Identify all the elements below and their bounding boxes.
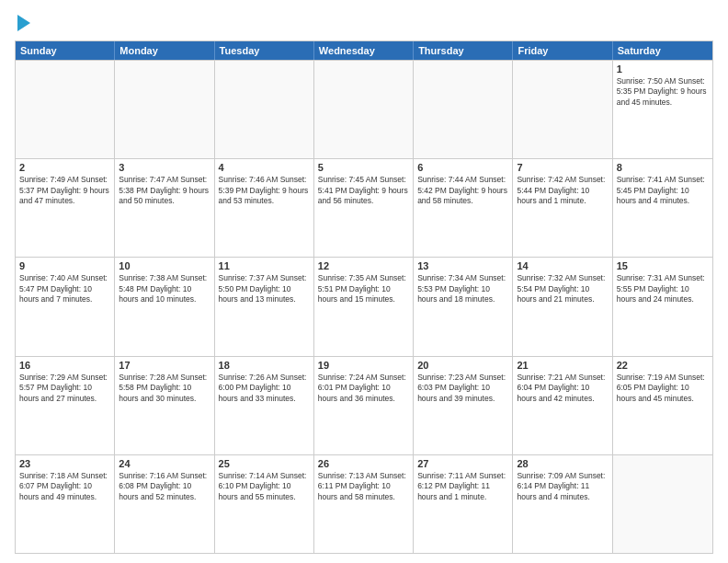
header-day-friday: Friday (513, 41, 612, 60)
day-number: 23 (19, 458, 110, 469)
day-number: 8 (617, 162, 709, 173)
day-number: 9 (19, 260, 110, 271)
day-number: 1 (617, 63, 709, 75)
day-info: Sunrise: 7:11 AM Sunset: 6:12 PM Dayligh… (417, 471, 508, 502)
calendar: SundayMondayTuesdayWednesdayThursdayFrid… (15, 40, 713, 554)
day-number: 21 (517, 360, 608, 371)
day-number: 10 (119, 260, 210, 271)
day-info: Sunrise: 7:37 AM Sunset: 5:50 PM Dayligh… (219, 273, 310, 304)
day-info: Sunrise: 7:14 AM Sunset: 6:10 PM Dayligh… (219, 471, 310, 502)
empty-cell-0-5 (513, 61, 612, 158)
day-info: Sunrise: 7:23 AM Sunset: 6:03 PM Dayligh… (417, 373, 508, 404)
day-cell-3: 3Sunrise: 7:47 AM Sunset: 5:38 PM Daylig… (115, 159, 214, 257)
empty-cell-0-4 (414, 61, 513, 158)
day-number: 3 (119, 162, 210, 173)
day-info: Sunrise: 7:18 AM Sunset: 6:07 PM Dayligh… (19, 471, 110, 502)
logo-arrow-icon (17, 15, 30, 31)
empty-cell-0-3 (314, 61, 414, 158)
day-cell-5: 5Sunrise: 7:45 AM Sunset: 5:41 PM Daylig… (314, 159, 414, 257)
day-number: 27 (417, 458, 508, 469)
header-day-sunday: Sunday (16, 41, 115, 60)
day-number: 5 (318, 162, 409, 173)
day-cell-23: 23Sunrise: 7:18 AM Sunset: 6:07 PM Dayli… (16, 455, 115, 553)
day-cell-4: 4Sunrise: 7:46 AM Sunset: 5:39 PM Daylig… (215, 159, 314, 257)
day-number: 7 (517, 162, 608, 173)
empty-cell-0-2 (215, 61, 314, 158)
day-cell-18: 18Sunrise: 7:26 AM Sunset: 6:00 PM Dayli… (215, 357, 314, 454)
day-info: Sunrise: 7:49 AM Sunset: 5:37 PM Dayligh… (19, 175, 110, 206)
calendar-header: SundayMondayTuesdayWednesdayThursdayFrid… (16, 41, 712, 60)
day-cell-25: 25Sunrise: 7:14 AM Sunset: 6:10 PM Dayli… (215, 455, 314, 553)
day-cell-28: 28Sunrise: 7:09 AM Sunset: 6:14 PM Dayli… (513, 455, 612, 553)
day-info: Sunrise: 7:34 AM Sunset: 5:53 PM Dayligh… (417, 273, 508, 304)
day-number: 17 (119, 360, 210, 371)
header-day-monday: Monday (115, 41, 214, 60)
day-info: Sunrise: 7:46 AM Sunset: 5:39 PM Dayligh… (219, 175, 310, 206)
day-info: Sunrise: 7:21 AM Sunset: 6:04 PM Dayligh… (517, 373, 608, 404)
day-number: 2 (19, 162, 110, 173)
logo (15, 15, 30, 31)
day-cell-11: 11Sunrise: 7:37 AM Sunset: 5:50 PM Dayli… (215, 258, 314, 355)
day-cell-2: 2Sunrise: 7:49 AM Sunset: 5:37 PM Daylig… (16, 159, 115, 257)
day-info: Sunrise: 7:38 AM Sunset: 5:48 PM Dayligh… (119, 273, 210, 304)
page: SundayMondayTuesdayWednesdayThursdayFrid… (0, 0, 728, 563)
day-info: Sunrise: 7:47 AM Sunset: 5:38 PM Dayligh… (119, 175, 210, 206)
empty-cell-4-6 (613, 455, 712, 553)
day-info: Sunrise: 7:42 AM Sunset: 5:44 PM Dayligh… (517, 175, 608, 206)
day-info: Sunrise: 7:50 AM Sunset: 5:35 PM Dayligh… (617, 76, 709, 108)
week-row-3: 16Sunrise: 7:29 AM Sunset: 5:57 PM Dayli… (16, 356, 712, 454)
week-row-0: 1Sunrise: 7:50 AM Sunset: 5:35 PM Daylig… (16, 60, 712, 158)
day-number: 6 (417, 162, 508, 173)
day-cell-21: 21Sunrise: 7:21 AM Sunset: 6:04 PM Dayli… (513, 357, 612, 454)
day-number: 24 (119, 458, 210, 469)
day-info: Sunrise: 7:26 AM Sunset: 6:00 PM Dayligh… (219, 373, 310, 404)
day-number: 25 (219, 458, 310, 469)
day-cell-19: 19Sunrise: 7:24 AM Sunset: 6:01 PM Dayli… (314, 357, 414, 454)
day-cell-26: 26Sunrise: 7:13 AM Sunset: 6:11 PM Dayli… (314, 455, 414, 553)
day-info: Sunrise: 7:28 AM Sunset: 5:58 PM Dayligh… (119, 373, 210, 404)
header-day-wednesday: Wednesday (314, 41, 414, 60)
day-cell-7: 7Sunrise: 7:42 AM Sunset: 5:44 PM Daylig… (513, 159, 612, 257)
day-cell-16: 16Sunrise: 7:29 AM Sunset: 5:57 PM Dayli… (16, 357, 115, 454)
day-cell-17: 17Sunrise: 7:28 AM Sunset: 5:58 PM Dayli… (115, 357, 214, 454)
day-number: 13 (417, 260, 508, 271)
day-cell-15: 15Sunrise: 7:31 AM Sunset: 5:55 PM Dayli… (613, 258, 712, 355)
day-cell-1: 1Sunrise: 7:50 AM Sunset: 5:35 PM Daylig… (613, 61, 712, 158)
week-row-2: 9Sunrise: 7:40 AM Sunset: 5:47 PM Daylig… (16, 257, 712, 355)
day-info: Sunrise: 7:16 AM Sunset: 6:08 PM Dayligh… (119, 471, 210, 502)
day-number: 16 (19, 360, 110, 371)
day-cell-27: 27Sunrise: 7:11 AM Sunset: 6:12 PM Dayli… (414, 455, 513, 553)
day-info: Sunrise: 7:44 AM Sunset: 5:42 PM Dayligh… (417, 175, 508, 206)
day-cell-9: 9Sunrise: 7:40 AM Sunset: 5:47 PM Daylig… (16, 258, 115, 355)
calendar-body: 1Sunrise: 7:50 AM Sunset: 5:35 PM Daylig… (16, 60, 712, 553)
day-number: 15 (617, 260, 709, 271)
day-number: 4 (219, 162, 310, 173)
empty-cell-0-1 (115, 61, 214, 158)
day-number: 20 (417, 360, 508, 371)
week-row-1: 2Sunrise: 7:49 AM Sunset: 5:37 PM Daylig… (16, 158, 712, 257)
day-cell-22: 22Sunrise: 7:19 AM Sunset: 6:05 PM Dayli… (613, 357, 712, 454)
day-cell-14: 14Sunrise: 7:32 AM Sunset: 5:54 PM Dayli… (513, 258, 612, 355)
day-info: Sunrise: 7:19 AM Sunset: 6:05 PM Dayligh… (617, 373, 709, 404)
header-day-thursday: Thursday (414, 41, 513, 60)
day-number: 14 (517, 260, 608, 271)
day-cell-12: 12Sunrise: 7:35 AM Sunset: 5:51 PM Dayli… (314, 258, 414, 355)
day-cell-20: 20Sunrise: 7:23 AM Sunset: 6:03 PM Dayli… (414, 357, 513, 454)
day-number: 18 (219, 360, 310, 371)
day-cell-8: 8Sunrise: 7:41 AM Sunset: 5:45 PM Daylig… (613, 159, 712, 257)
day-number: 26 (318, 458, 409, 469)
day-info: Sunrise: 7:24 AM Sunset: 6:01 PM Dayligh… (318, 373, 409, 404)
week-row-4: 23Sunrise: 7:18 AM Sunset: 6:07 PM Dayli… (16, 454, 712, 553)
day-info: Sunrise: 7:29 AM Sunset: 5:57 PM Dayligh… (19, 373, 110, 404)
day-info: Sunrise: 7:32 AM Sunset: 5:54 PM Dayligh… (517, 273, 608, 304)
day-number: 12 (318, 260, 409, 271)
empty-cell-0-0 (16, 61, 115, 158)
day-info: Sunrise: 7:13 AM Sunset: 6:11 PM Dayligh… (318, 471, 409, 502)
header (15, 15, 713, 31)
day-info: Sunrise: 7:35 AM Sunset: 5:51 PM Dayligh… (318, 273, 409, 304)
header-day-saturday: Saturday (613, 41, 712, 60)
day-number: 22 (617, 360, 709, 371)
day-info: Sunrise: 7:09 AM Sunset: 6:14 PM Dayligh… (517, 471, 608, 502)
day-cell-6: 6Sunrise: 7:44 AM Sunset: 5:42 PM Daylig… (414, 159, 513, 257)
day-info: Sunrise: 7:31 AM Sunset: 5:55 PM Dayligh… (617, 273, 709, 304)
